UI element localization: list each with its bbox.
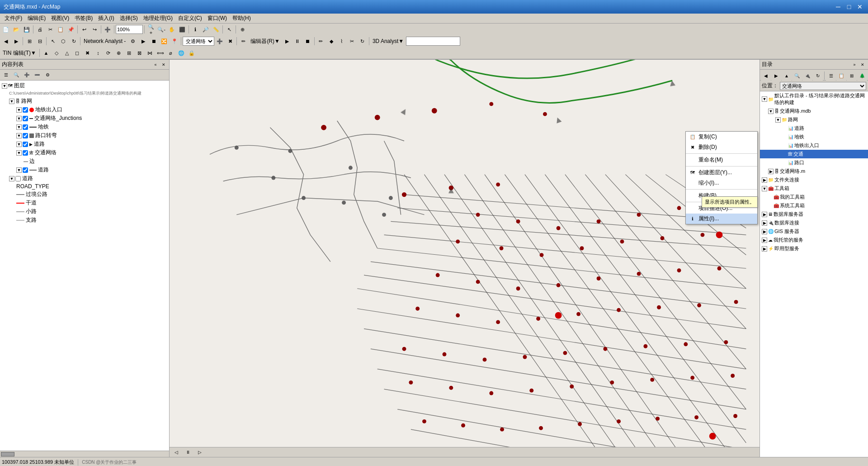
close-button[interactable]: ✕ [855,2,864,11]
back-extent-button[interactable]: ◀ [1,36,11,46]
expand-db-server[interactable]: ▶ [762,212,767,217]
toc-list-btn[interactable]: ☰ [1,70,11,80]
rotate-ed-btn[interactable]: ↻ [358,36,368,46]
cat-db-conn[interactable]: ▶ 🔌 数据库连接 [760,219,868,227]
zoom-in-button[interactable]: 🔍+ [146,24,156,34]
na-btn5[interactable]: 📍 [170,36,179,46]
tin-btn2[interactable]: ◇ [52,48,61,58]
cat-toolbox[interactable]: ▼ 🧰 工具箱 [760,184,868,193]
measure-button[interactable]: 📏 [211,24,221,34]
expand-gis-server[interactable]: ▶ [762,229,767,234]
cat-thumb-btn[interactable]: ⊞ [847,71,857,81]
toc-lunet[interactable]: ▼ 🗄 路网 [8,97,168,105]
expand-traffic-mdb2[interactable]: ▶ [768,169,774,174]
3d-input[interactable] [406,37,460,46]
cat-traffic-mdb[interactable]: ▼ 🗄 交通网络.mdb [760,107,868,115]
cat-traffic-mdb2[interactable]: ▶ 🗄 交通网络.m [760,167,868,176]
expand-road3[interactable]: ▼ [9,176,14,181]
redo-button[interactable]: ↪ [90,24,99,34]
cat-sys-toolbox[interactable]: 🧰 系统工具箱 [760,201,868,210]
reshape-btn[interactable]: ⌇ [337,36,347,46]
expand-road2[interactable]: ▼ [16,167,22,173]
toc-settings-btn[interactable]: ⚙ [42,70,52,80]
tin-btn10[interactable]: ⊠ [135,48,145,58]
analyst3d-label[interactable]: 3D Analyst▼ [371,38,406,44]
editor-btn[interactable]: ✏ [238,36,248,46]
ctx-delete[interactable]: ✖ 删除(D) [686,142,757,152]
toc-road2[interactable]: ▼ 道路 [15,166,168,174]
menu-select[interactable]: 选择(S) [117,14,141,23]
tin-btn8[interactable]: ⊕ [114,48,124,58]
tin-btn4[interactable]: ◻ [72,48,82,58]
toc-scrollbar[interactable] [0,451,169,457]
map-svg[interactable] [170,60,760,457]
georef-button[interactable]: ⊕ [237,24,247,34]
expand-traffic-mdb[interactable]: ▼ [768,109,774,114]
cb-road2[interactable] [23,167,28,173]
cut-button[interactable]: ✂ [45,24,55,34]
map-pause-btn[interactable]: ⏸ [183,447,193,457]
tin-btn15[interactable]: 🔒 [187,48,197,58]
toc-metro-exit[interactable]: ▼ 地铁出入口 [15,105,168,114]
cb-junctions[interactable] [23,116,28,121]
toc-road[interactable]: ▼ ▶ 道路 [15,140,168,148]
na-del-btn[interactable]: ✖ [225,36,235,46]
fwd-extent-button[interactable]: ▶ [11,36,21,46]
copy-button[interactable]: 📋 [56,24,66,34]
toc-road3[interactable]: ▼ 道路 [8,174,168,183]
cb-road[interactable] [23,142,28,147]
ed-btn2[interactable]: ▶ [282,36,292,46]
menu-help[interactable]: 帮助(H) [230,14,254,23]
catalog-close-btn[interactable]: » [851,61,858,68]
expand-metro[interactable]: ▼ [16,124,22,130]
cb-metro[interactable] [23,124,28,130]
menu-geoprocessing[interactable]: 地理处理(G) [141,14,175,23]
menu-insert[interactable]: 插入(I) [95,14,117,23]
pan-button[interactable]: ✋ [167,24,177,34]
rotate-button[interactable]: ↻ [69,36,79,46]
cursor-button[interactable]: ↖ [48,36,58,46]
zoom-input[interactable] [116,25,143,34]
cat-tree-btn[interactable]: 🌲 [857,71,867,81]
select-button[interactable]: ↖ [224,24,234,34]
cat-search-btn[interactable]: 🔍 [792,71,802,81]
cat-db-server[interactable]: ▶ 🖥 数据库服务器 [760,210,868,219]
expand-metro-exit[interactable]: ▼ [16,107,22,113]
toc-layers-group[interactable]: ▼ 🗺 图层 [1,81,168,90]
na-add-btn[interactable]: ➕ [215,36,225,46]
map-prev-btn[interactable]: ◁ [171,447,181,457]
toc-metro[interactable]: ▼ 地铁 [15,123,168,131]
ctx-properties[interactable]: ℹ 属性(I)... [686,214,757,224]
tin-btn6[interactable]: ↕ [93,48,103,58]
zoom-fixed-button[interactable]: ⊞ [24,36,34,46]
expand-file-link[interactable]: ▶ [762,177,767,183]
add-data-button[interactable]: ➕ [103,24,113,34]
cat-up-btn[interactable]: ▲ [782,71,792,81]
cat-default[interactable]: ▼ 📁 默认工作目录 - 练习结果示例\道路交通网络的构建 [760,91,868,107]
find-button[interactable]: 🔎 [201,24,211,34]
save-button[interactable]: 💾 [22,24,32,34]
na-btn3[interactable]: ⏹ [149,36,159,46]
ed-btn4[interactable]: ⏹ [303,36,313,46]
new-button[interactable]: 📄 [1,24,11,34]
menu-edit[interactable]: 编辑(E) [25,14,48,23]
ctx-create-layer[interactable]: 🗺 创建图层(Y)... [686,167,757,178]
tin-btn14[interactable]: 🌐 [176,48,186,58]
cat-lunet[interactable]: ▼ 📁 路网 [760,115,868,124]
toc-options-btn[interactable]: ✕ [160,61,167,68]
cat-ready-service[interactable]: ▶ ⚡ 即用型服务 [760,244,868,253]
tin-btn12[interactable]: ⟺ [156,48,165,58]
cb-traffic-net[interactable] [23,150,28,156]
zoom-out-button[interactable]: 🔍- [156,24,166,34]
cat-metro[interactable]: 📊 地铁 [760,133,868,141]
cat-list-btn[interactable]: ☰ [826,71,836,81]
expand-ramp[interactable]: ▼ [16,133,22,138]
na-settings-button[interactable]: ⚙ [128,36,138,46]
expand-road[interactable]: ▼ [16,142,22,147]
expand-cat-lunet[interactable]: ▼ [775,117,781,123]
menu-window[interactable]: 窗口(W) [205,14,230,23]
tin-btn3[interactable]: △ [62,48,72,58]
expand-layers[interactable]: ▼ [2,83,7,89]
map-area[interactable]: ◁ ⏸ ▷ [170,60,760,457]
cat-gis-server[interactable]: ▶ 🌐 GIS 服务器 [760,227,868,236]
